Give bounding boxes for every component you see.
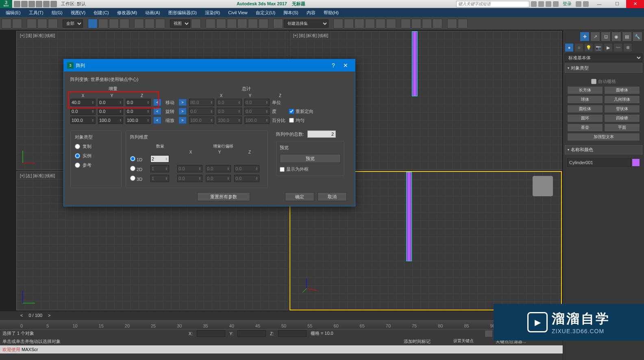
utilities-tab[interactable]: 🔧 [633,32,642,41]
help-icon[interactable] [583,1,589,7]
viewcube-icon[interactable] [533,176,553,196]
undo-icon[interactable] [36,1,42,7]
torus-button[interactable]: 圆环 [567,114,603,122]
menu-create[interactable]: 创建(C) [90,10,112,16]
percent-snap-button[interactable] [248,19,258,28]
spacewarps-tab[interactable]: 〰 [614,43,622,52]
count-2d-spinner[interactable]: 1 [150,165,169,172]
menu-tools[interactable]: 工具(T) [26,10,47,16]
layer-explorer-button[interactable] [365,19,375,28]
render-setup-button[interactable] [411,19,421,28]
selection-lock-icon[interactable] [166,330,173,337]
tot-scale-x-spinner[interactable]: 100.0 [189,117,214,124]
scale-z-spinner[interactable]: 100.0 [126,117,151,124]
layers-button[interactable] [355,19,364,28]
key-icon[interactable] [538,1,544,7]
set-key-button[interactable]: 设置关键点 [453,338,482,345]
d1-radio-label[interactable]: 1D [130,156,147,162]
z-coord-field[interactable] [278,330,307,337]
maximize-button[interactable]: ☐ [608,0,626,8]
timeline-ruler[interactable]: 0510152025303540455055606570758085909510… [0,319,563,329]
dialog-titlebar[interactable]: 3 阵列 ? ✕ [64,59,355,72]
rot-x-spinner[interactable]: 0.0 [70,108,96,115]
selection-filter[interactable]: 全部 [63,20,83,28]
menu-edit[interactable]: 编辑(E) [2,10,24,16]
undo-button[interactable] [2,19,11,28]
ref-coord-system[interactable]: 视图 [170,20,190,28]
open-icon[interactable] [21,1,28,7]
viewcube-icon[interactable] [260,35,280,56]
lock-icon[interactable] [177,330,185,337]
workspace-selector[interactable]: 工作区: 默认 [61,1,86,7]
box-button[interactable]: 长方体 [567,86,603,94]
d2-radio-label[interactable]: 2D [130,166,147,172]
dialog-close-button[interactable]: ✕ [339,62,352,69]
cameras-tab[interactable]: 📷 [594,43,603,52]
viewport-label-top[interactable]: [+] [顶] [标准] [线框] [20,33,55,39]
shapes-tab[interactable]: ○ [574,43,583,52]
time-tag-icon[interactable] [393,338,400,345]
tot-scale-z-spinner[interactable]: 100.0 [244,117,270,124]
named-selection-sets[interactable]: 创建选择集 [284,20,329,28]
menu-customize[interactable]: 自定义(U) [252,10,278,16]
mirror-button[interactable] [333,19,343,28]
project-icon[interactable] [50,1,57,7]
keyboard-shortcut-button[interactable] [216,19,226,28]
count-1d-spinner[interactable]: 2 [150,155,169,163]
rotate-button[interactable] [145,19,154,28]
systems-tab[interactable]: ✲ [623,43,632,52]
material-editor-button[interactable] [401,19,411,28]
d2-radio[interactable] [130,166,135,171]
redo-icon[interactable] [43,1,50,7]
sphere-button[interactable]: 球体 [567,95,603,104]
login-link[interactable]: 登录 [560,1,574,7]
pivot-button[interactable] [191,19,201,28]
menu-help[interactable]: 帮助(H) [320,10,342,16]
menu-graph-editors[interactable]: 图形编辑器(D) [165,10,200,16]
tot-rot-y-spinner[interactable]: 0.0 [217,108,242,115]
select-name-button[interactable] [98,19,108,28]
x-coord-field[interactable] [197,330,225,337]
object-color-swatch[interactable] [632,158,640,167]
close-button[interactable]: ✕ [626,0,644,8]
link-button[interactable] [27,19,37,28]
instance-radio[interactable] [75,153,80,158]
move-button[interactable] [134,19,144,28]
add-time-tag[interactable]: 添加时间标记 [404,338,431,345]
window-crossing-button[interactable] [120,19,129,28]
helpers-tab[interactable]: ▶ [604,43,613,52]
plane-button[interactable]: 平面 [604,124,640,132]
scale-x-spinner[interactable]: 100.0 [70,117,96,124]
rot-y-spinner[interactable]: 0.0 [98,108,123,115]
menu-scripting[interactable]: 脚本(S) [280,10,302,16]
rot-left-arrow[interactable]: < [153,108,161,115]
viewcube-icon[interactable] [533,35,553,56]
teapot-button[interactable]: 茶壶 [567,124,603,132]
menu-content[interactable]: 内容 [303,10,319,16]
d3-radio[interactable] [130,176,135,181]
textplus-button[interactable]: 加强型文本 [567,133,640,141]
tot-scale-y-spinner[interactable]: 100.0 [217,117,242,124]
d3-radio-label[interactable]: 3D [130,176,147,182]
geosphere-button[interactable]: 几何球体 [604,95,640,104]
uniform-checkbox[interactable] [289,118,294,123]
schematic-view-button[interactable] [386,19,396,28]
scale-y-spinner[interactable]: 100.0 [98,117,123,124]
menu-rendering[interactable]: 渲染(R) [202,10,223,16]
geometry-category-dropdown[interactable]: 标准基本体 [565,54,642,62]
align-button[interactable] [344,19,354,28]
app-logo[interactable]: 3MAX [0,0,12,8]
dialog-help-button[interactable]: ? [327,62,339,69]
help-search-input[interactable] [456,1,529,7]
move-right-arrow[interactable]: > [178,99,187,106]
snap-toggle-button[interactable] [227,19,237,28]
menu-animation[interactable]: 动画(A) [142,10,163,16]
teapot-icon[interactable] [458,19,468,28]
spinner-snap-button[interactable] [259,19,268,28]
pyramid-button[interactable]: 四棱锥 [604,114,640,122]
y-coord-field[interactable] [237,330,266,337]
cylinder-button[interactable]: 圆柱体 [567,105,603,113]
menu-modifiers[interactable]: 修改器(M) [114,10,141,16]
instance-radio-label[interactable]: 实例 [75,153,117,159]
tot-move-x-spinner[interactable]: 80.0 [189,99,214,106]
